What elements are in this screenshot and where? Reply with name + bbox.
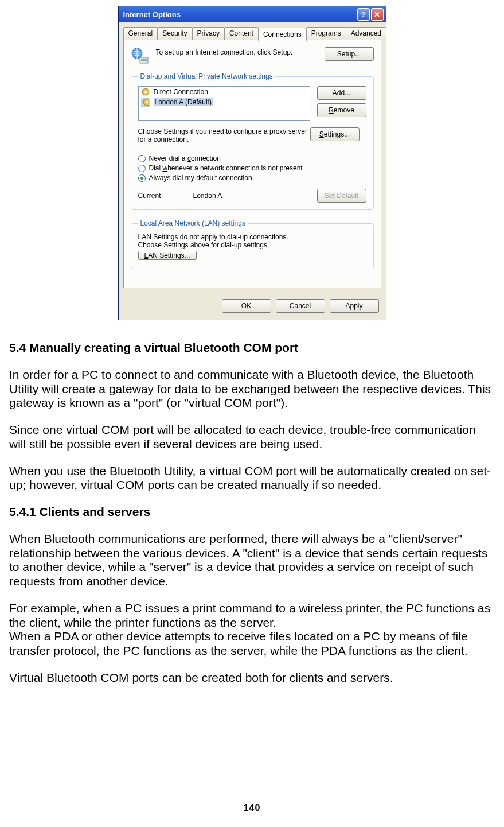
radio-dial-when-no-net[interactable]: Dial whenever a network connection is no…: [138, 164, 366, 172]
tab-connections[interactable]: Connections: [258, 28, 307, 41]
current-label: Current: [138, 192, 161, 200]
lan-hint-text: LAN Settings do not apply to dial-up con…: [138, 233, 310, 249]
paragraph: When you use the Bluetooth Utility, a vi…: [9, 464, 495, 493]
dialup-vpn-legend: Dial-up and Virtual Private Network sett…: [138, 72, 275, 80]
setup-button[interactable]: Setup...: [325, 47, 374, 61]
internet-options-dialog: Internet Options ? ✕ General Security Pr…: [118, 6, 386, 320]
radio-icon: [138, 165, 146, 172]
lan-settings-group: Local Area Network (LAN) settings LAN Se…: [131, 219, 374, 269]
apply-button[interactable]: Apply: [330, 299, 379, 313]
page-footer: 140: [0, 799, 504, 813]
svg-rect-4: [144, 91, 147, 93]
close-button[interactable]: ✕: [371, 8, 384, 21]
radio-never-dial[interactable]: Never dial a connection: [138, 154, 366, 162]
connection-icon: [141, 98, 150, 107]
tab-general[interactable]: General: [123, 27, 158, 40]
lan-legend: Local Area Network (LAN) settings: [138, 219, 248, 227]
remove-button[interactable]: Remove: [317, 103, 366, 117]
tab-security[interactable]: Security: [157, 27, 192, 40]
paragraph: For example, when a PC issues a print co…: [9, 601, 495, 630]
setup-hint-text: To set up an Internet connection, click …: [156, 47, 319, 56]
tabs: General Security Privacy Content Connect…: [119, 22, 386, 40]
footer-rule: [8, 799, 497, 799]
radio-icon: [138, 155, 146, 162]
connection-icon: [141, 87, 150, 96]
set-default-button[interactable]: Set Default: [317, 189, 366, 203]
heading-5-4-1: 5.4.1 Clients and servers: [9, 505, 495, 519]
paragraph: Since one virtual COM port will be alloc…: [9, 423, 495, 452]
paragraph: When Bluetooth communications are perfor…: [9, 532, 495, 589]
radio-always-dial-default[interactable]: Always dial my default connection: [138, 174, 366, 182]
connection-item-london-a[interactable]: London A (Default): [139, 97, 310, 107]
dial-behavior-radios: Never dial a connection Dial whenever a …: [138, 148, 366, 182]
cancel-button[interactable]: Cancel: [276, 299, 325, 313]
add-button[interactable]: Add...: [317, 86, 366, 100]
ok-button[interactable]: OK: [222, 299, 271, 313]
tab-programs[interactable]: Programs: [306, 27, 346, 40]
window-title: Internet Options: [123, 10, 356, 19]
dialup-vpn-group: Dial-up and Virtual Private Network sett…: [131, 72, 374, 210]
help-button[interactable]: ?: [357, 8, 370, 21]
radio-icon: [138, 174, 146, 182]
title-bar[interactable]: Internet Options ? ✕: [119, 6, 386, 22]
paragraph: Virtual Bluetooth COM ports can be creat…: [9, 671, 495, 685]
paragraph: In order for a PC to connect to and comm…: [9, 368, 495, 410]
current-value: London A: [193, 192, 222, 200]
paragraph: When a PDA or other device attempts to r…: [9, 630, 495, 658]
tab-advanced[interactable]: Advanced: [346, 27, 386, 40]
connections-listbox[interactable]: Direct Connection London A (Default): [138, 86, 310, 121]
svg-rect-6: [146, 101, 148, 103]
heading-5-4: 5.4 Manually creating a virtual Bluetoot…: [9, 341, 495, 355]
tab-content[interactable]: Content: [224, 27, 259, 40]
connection-item-direct[interactable]: Direct Connection: [139, 87, 310, 97]
svg-rect-2: [141, 59, 147, 61]
tab-panel-connections: To set up an Internet connection, click …: [123, 40, 381, 288]
dialog-footer: OK Cancel Apply: [119, 293, 386, 320]
document-body: 5.4 Manually creating a virtual Bluetoot…: [8, 341, 496, 685]
page-number: 140: [244, 803, 261, 813]
globe-network-icon: [131, 47, 150, 67]
lan-settings-button[interactable]: LAN Settings...: [138, 251, 197, 260]
settings-hint: Choose Settings if you need to configure…: [138, 127, 310, 143]
settings-button[interactable]: Settings...: [310, 127, 360, 141]
tab-privacy[interactable]: Privacy: [192, 27, 225, 40]
